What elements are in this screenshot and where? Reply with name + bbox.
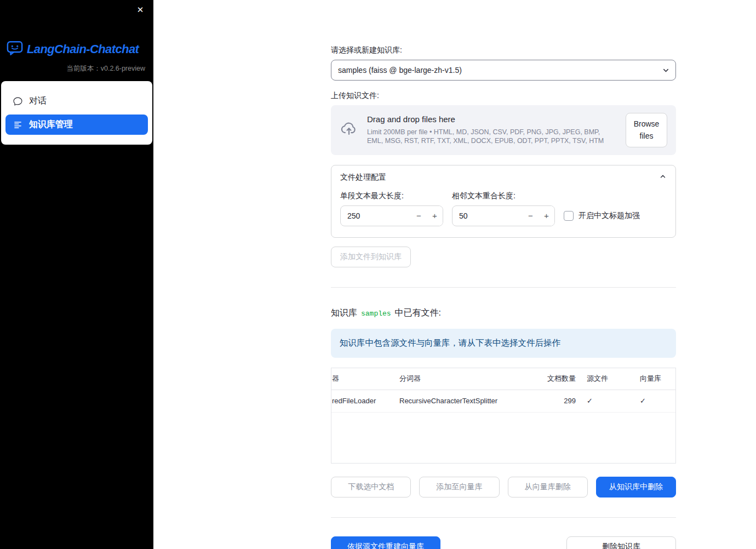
overlap-value: 50 <box>453 211 523 220</box>
cloud-upload-icon <box>340 119 358 140</box>
rebuild-vectorstore-button[interactable]: 依据源文件重建向量库 <box>331 536 440 549</box>
zh-title-checkbox-label: 开启中文标题加强 <box>579 211 640 221</box>
cell-source-check: ✓ <box>581 397 634 405</box>
expander-body: 单段文本最大长度: 250 − + 相邻文本重合长度: 50 − + <box>331 188 675 237</box>
overlap-increment-button[interactable]: + <box>539 206 554 226</box>
dropzone-title: Drag and drop files here <box>367 115 617 124</box>
divider <box>331 517 676 518</box>
cell-splitter: RecursiveCharacterTextSplitter <box>394 397 519 405</box>
kb-select[interactable]: samples (faiss @ bge-large-zh-v1.5) <box>331 60 676 81</box>
file-config-expander: 文件处理配置 单段文本最大长度: 250 − + <box>331 165 676 238</box>
chunk-size-value: 250 <box>341 211 411 220</box>
checkbox-unchecked-icon[interactable] <box>564 211 574 221</box>
main-area: 请选择或新建知识库: samples (faiss @ bge-large-zh… <box>153 0 756 549</box>
table-header-row: 器 分词器 文档数量 源文件 向量库 <box>331 368 675 390</box>
table-row[interactable]: redFileLoader RecursiveCharacterTextSpli… <box>331 390 675 413</box>
sidebar-item-chat[interactable]: 对话 <box>5 91 148 111</box>
expander-header[interactable]: 文件处理配置 <box>331 165 675 188</box>
existing-files-suffix: 中已有文件: <box>395 307 441 319</box>
sidebar: ✕ LangChain-Chatchat 当前版本：v0.2.6-preview <box>0 0 153 549</box>
kb-name-code: samples <box>361 310 391 318</box>
content-column: 请选择或新建知识库: samples (faiss @ bge-large-zh… <box>331 0 676 549</box>
bottom-spacer <box>449 536 558 549</box>
column-header-splitter[interactable]: 分词器 <box>394 374 519 384</box>
sidebar-menu: 对话 知识库管理 <box>1 81 152 145</box>
list-lines-icon <box>13 120 22 129</box>
existing-files-prefix: 知识库 <box>331 307 357 319</box>
chat-bubble-icon <box>13 96 22 106</box>
cell-doc-count: 299 <box>519 397 581 405</box>
upload-label: 上传知识文件: <box>331 91 676 101</box>
app-logo: LangChain-Chatchat <box>0 41 153 58</box>
chevron-up-icon <box>659 173 667 182</box>
column-header-loader[interactable]: 器 <box>331 374 394 384</box>
chunk-size-label: 单段文本最大长度: <box>340 191 443 201</box>
info-alert: 知识库中包含源文件与向量库，请从下表中选择文件后操作 <box>331 329 676 358</box>
delete-kb-button[interactable]: 删除知识库 <box>566 536 676 549</box>
dropzone-limits: Limit 200MB per file • HTML, MD, JSON, C… <box>367 128 617 146</box>
overlap-field: 相邻文本重合长度: 50 − + <box>452 191 555 226</box>
bottom-actions: 依据源文件重建向量库 删除知识库 <box>331 536 676 549</box>
delete-from-kb-button[interactable]: 从知识库中删除 <box>596 477 676 497</box>
dropzone-text: Drag and drop files here Limit 200MB per… <box>367 115 617 146</box>
column-header-source-file[interactable]: 源文件 <box>581 374 634 384</box>
sidebar-item-label: 对话 <box>29 95 47 107</box>
chunk-size-input[interactable]: 250 − + <box>340 205 443 226</box>
add-files-to-kb-button[interactable]: 添加文件到知识库 <box>331 247 411 267</box>
cell-vector-check: ✓ <box>634 397 676 405</box>
add-to-vectorstore-button[interactable]: 添加至向量库 <box>419 477 499 497</box>
column-header-vector-store[interactable]: 向量库 <box>634 374 676 384</box>
kb-select-value: samples (faiss @ bge-large-zh-v1.5) <box>338 66 462 75</box>
app-window: ✕ LangChain-Chatchat 当前版本：v0.2.6-preview <box>0 0 756 549</box>
logo-chat-icon <box>7 41 23 58</box>
chunk-size-increment-button[interactable]: + <box>427 206 443 226</box>
sidebar-close-button[interactable]: ✕ <box>134 3 147 16</box>
chevron-down-icon <box>662 66 670 75</box>
chunk-size-decrement-button[interactable]: − <box>411 206 427 226</box>
zh-title-checkbox-row[interactable]: 开启中文标题加强 <box>564 211 667 226</box>
zh-title-field: 开启中文标题加强 <box>564 211 667 226</box>
close-icon: ✕ <box>137 5 144 14</box>
chunk-size-field: 单段文本最大长度: 250 − + <box>340 191 443 226</box>
download-selected-button[interactable]: 下载选中文档 <box>331 477 411 497</box>
column-header-doc-count[interactable]: 文档数量 <box>519 374 581 384</box>
overlap-input[interactable]: 50 − + <box>452 205 555 226</box>
row-actions: 下载选中文档 添加至向量库 从向量库删除 从知识库中删除 <box>331 477 676 497</box>
version-label: 当前版本：v0.2.6-preview <box>0 58 153 73</box>
cell-loader: redFileLoader <box>331 397 394 405</box>
browse-files-button[interactable]: Browse files <box>626 113 667 147</box>
overlap-decrement-button[interactable]: − <box>523 206 539 226</box>
kb-select-label: 请选择或新建知识库: <box>331 45 676 55</box>
expander-title: 文件处理配置 <box>340 173 386 182</box>
divider <box>331 287 676 288</box>
existing-files-line: 知识库 samples 中已有文件: <box>331 307 676 319</box>
delete-from-vectorstore-button[interactable]: 从向量库删除 <box>508 477 588 497</box>
logo-text: LangChain-Chatchat <box>27 42 139 56</box>
sidebar-item-knowledge-base[interactable]: 知识库管理 <box>5 115 148 135</box>
files-table[interactable]: 器 分词器 文档数量 源文件 向量库 redFileLoader Recursi… <box>331 368 676 464</box>
sidebar-item-label: 知识库管理 <box>29 119 73 130</box>
overlap-label: 相邻文本重合长度: <box>452 191 555 201</box>
file-dropzone[interactable]: Drag and drop files here Limit 200MB per… <box>331 105 676 155</box>
